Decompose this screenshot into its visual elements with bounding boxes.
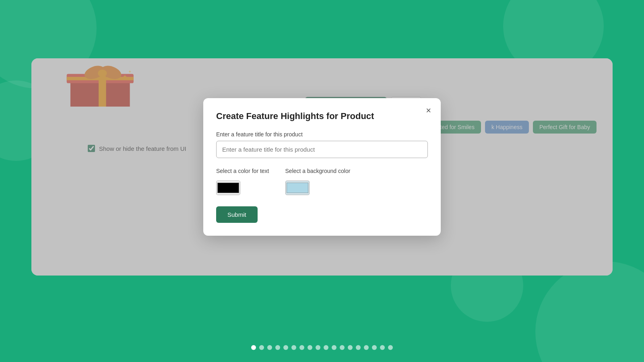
dot-5[interactable] [283,345,288,350]
dot-10[interactable] [324,345,328,350]
text-color-input[interactable] [217,181,240,195]
modal-title: Create Feature Highlights for Product [216,111,428,121]
main-card: ✦ ✦ Create Highlight Feature Back Experi… [31,58,613,276]
dot-17[interactable] [380,345,385,350]
dot-1[interactable] [251,345,256,350]
feature-title-label: Enter a feature title for this product [216,131,428,138]
modal-overlay: × Create Feature Highlights for Product … [31,58,613,276]
modal: × Create Feature Highlights for Product … [203,98,441,236]
bg-color-group: Select a background color [285,168,351,195]
dot-16[interactable] [372,345,377,350]
text-color-label: Select a color for text [216,168,269,174]
dot-4[interactable] [275,345,280,350]
dot-15[interactable] [364,345,369,350]
dot-8[interactable] [308,345,312,350]
dot-2[interactable] [259,345,264,350]
dot-18[interactable] [388,345,393,350]
dot-14[interactable] [356,345,361,350]
bg-color-picker-wrapper[interactable] [285,181,310,195]
pagination-dots [251,345,393,350]
feature-title-input[interactable] [216,141,428,158]
dot-12[interactable] [340,345,345,350]
dot-6[interactable] [291,345,296,350]
text-color-group: Select a color for text [216,168,269,195]
color-selectors-row: Select a color for text Select a backgro… [216,168,428,195]
bg-color-input[interactable] [286,181,309,195]
dot-7[interactable] [299,345,304,350]
dot-11[interactable] [332,345,336,350]
submit-button[interactable]: Submit [216,206,258,223]
dot-13[interactable] [348,345,353,350]
bg-decoration-4 [535,261,644,362]
modal-close-button[interactable]: × [423,105,434,117]
dot-9[interactable] [316,345,320,350]
bg-color-label: Select a background color [285,168,351,174]
text-color-picker-wrapper[interactable] [216,181,240,195]
dot-3[interactable] [267,345,272,350]
